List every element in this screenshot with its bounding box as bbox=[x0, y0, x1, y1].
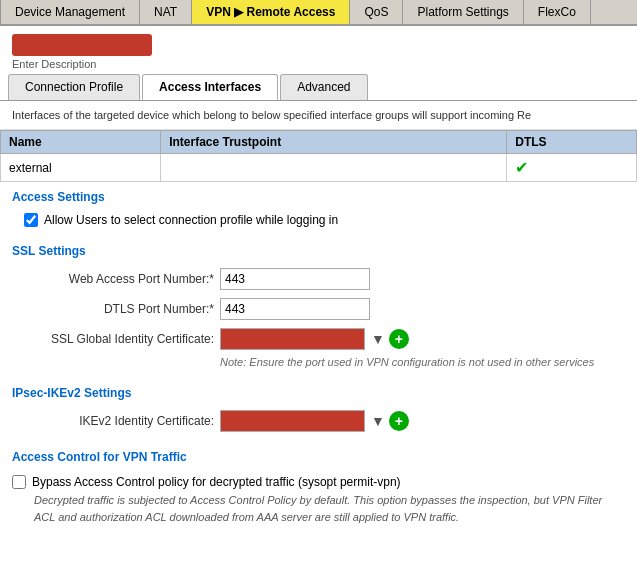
tab-vpn-remote-access[interactable]: VPN ▶ Remote Access bbox=[192, 0, 350, 24]
allow-users-row: Allow Users to select connection profile… bbox=[24, 210, 625, 230]
allow-users-label: Allow Users to select connection profile… bbox=[44, 213, 338, 227]
description-label: Enter Description bbox=[12, 58, 625, 70]
dtls-checkmark-icon: ✔ bbox=[515, 159, 528, 176]
tab-platform-settings[interactable]: Platform Settings bbox=[403, 0, 523, 24]
tab-access-interfaces[interactable]: Access Interfaces bbox=[142, 74, 278, 100]
tab-advanced[interactable]: Advanced bbox=[280, 74, 367, 100]
web-port-row: Web Access Port Number:* bbox=[24, 264, 625, 294]
tab-device-management[interactable]: Device Management bbox=[0, 0, 140, 24]
ssl-cert-row: SSL Global Identity Certificate: ▼ + bbox=[24, 324, 625, 354]
tab-qos[interactable]: QoS bbox=[350, 0, 403, 24]
col-header-dtls: DTLS bbox=[507, 131, 637, 154]
web-port-label: Web Access Port Number:* bbox=[24, 272, 214, 286]
ssl-cert-dropdown-arrow[interactable]: ▼ bbox=[371, 331, 385, 347]
access-control-area: Bypass Access Control policy for decrypt… bbox=[0, 468, 637, 529]
ikev2-cert-add-button[interactable]: + bbox=[389, 411, 409, 431]
ssl-cert-select-wrapper: ▼ + bbox=[220, 328, 409, 350]
col-header-trustpoint: Interface Trustpoint bbox=[161, 131, 507, 154]
ipsec-settings-header[interactable]: IPsec-IKEv2 Settings bbox=[0, 378, 637, 404]
ssl-cert-add-button[interactable]: + bbox=[389, 329, 409, 349]
access-settings-header[interactable]: Access Settings bbox=[0, 182, 637, 208]
cell-trustpoint bbox=[161, 154, 507, 182]
page-description: Interfaces of the targeted device which … bbox=[0, 101, 637, 130]
dtls-port-row: DTLS Port Number:* bbox=[24, 294, 625, 324]
sub-tabs: Connection Profile Access Interfaces Adv… bbox=[0, 74, 637, 101]
ssl-settings-header[interactable]: SSL Settings bbox=[0, 236, 637, 262]
top-nav: Device Management NAT VPN ▶ Remote Acces… bbox=[0, 0, 637, 26]
ipsec-settings-area: IKEv2 Identity Certificate: ▼ + bbox=[0, 404, 637, 442]
dtls-port-label: DTLS Port Number:* bbox=[24, 302, 214, 316]
tab-connection-profile[interactable]: Connection Profile bbox=[8, 74, 140, 100]
ikev2-cert-label: IKEv2 Identity Certificate: bbox=[24, 414, 214, 428]
dtls-port-input[interactable] bbox=[220, 298, 370, 320]
table-row[interactable]: external ✔ bbox=[1, 154, 637, 182]
ssl-cert-label: SSL Global Identity Certificate: bbox=[24, 332, 214, 346]
interfaces-table: Name Interface Trustpoint DTLS external … bbox=[0, 130, 637, 182]
access-control-note: Decrypted traffic is subjected to Access… bbox=[12, 492, 625, 525]
ikev2-cert-select-wrapper: ▼ + bbox=[220, 410, 409, 432]
bypass-policy-label: Bypass Access Control policy for decrypt… bbox=[32, 475, 401, 489]
cell-name: external bbox=[1, 154, 161, 182]
ssl-cert-select-masked[interactable] bbox=[220, 328, 365, 350]
bypass-policy-checkbox[interactable] bbox=[12, 475, 26, 489]
web-port-input[interactable] bbox=[220, 268, 370, 290]
ikev2-cert-dropdown-arrow[interactable]: ▼ bbox=[371, 413, 385, 429]
access-settings-area: Allow Users to select connection profile… bbox=[0, 208, 637, 236]
tab-flexco[interactable]: FlexCo bbox=[524, 0, 591, 24]
ikev2-cert-select-masked[interactable] bbox=[220, 410, 365, 432]
tab-nat[interactable]: NAT bbox=[140, 0, 192, 24]
description-input-masked[interactable] bbox=[12, 34, 152, 56]
ssl-note: Note: Ensure the port used in VPN config… bbox=[24, 354, 625, 372]
ssl-settings-area: Web Access Port Number:* DTLS Port Numbe… bbox=[0, 262, 637, 378]
access-control-header[interactable]: Access Control for VPN Traffic bbox=[0, 442, 637, 468]
col-header-name: Name bbox=[1, 131, 161, 154]
ikev2-cert-row: IKEv2 Identity Certificate: ▼ + bbox=[24, 406, 625, 436]
cell-dtls: ✔ bbox=[507, 154, 637, 182]
description-area: Enter Description bbox=[0, 26, 637, 74]
bypass-policy-row: Bypass Access Control policy for decrypt… bbox=[12, 472, 625, 492]
allow-users-checkbox[interactable] bbox=[24, 213, 38, 227]
